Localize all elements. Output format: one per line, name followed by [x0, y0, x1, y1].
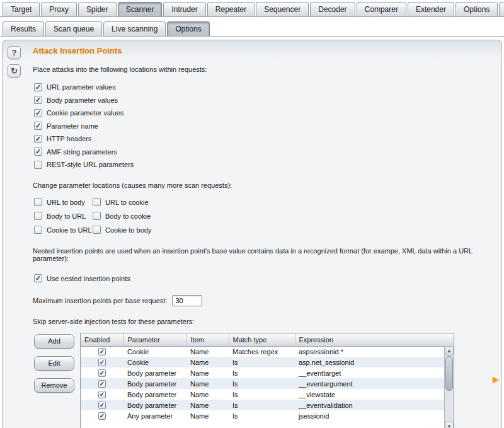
cell-match-type: Matches regex [229, 346, 295, 357]
panel-content: Attack Insertion Points Place attacks in… [31, 40, 501, 428]
table-row[interactable]: Body parameter Name Is __eventargument [81, 378, 454, 389]
table-row[interactable]: Any parameter Name Is jsessionid [81, 410, 454, 421]
checkbox-amf-string-parameters[interactable]: AMF string parameters [34, 146, 495, 159]
main-tab-bar: Target Proxy Spider Scanner Intruder Rep… [0, 0, 504, 17]
row-enabled-checkbox[interactable] [98, 380, 106, 388]
row-enabled-checkbox[interactable] [98, 369, 106, 377]
checkbox-icon [34, 226, 42, 234]
cell-parameter: Body parameter [123, 400, 186, 410]
checkbox-url-to-cookie[interactable]: URL to cookie [93, 195, 151, 209]
checkbox-icon [34, 198, 42, 206]
cell-match-type: Is [229, 410, 295, 421]
sub-tab-scan-queue[interactable]: Scan queue [45, 21, 102, 36]
column-header-item[interactable]: Item [186, 333, 229, 346]
tab-intruder[interactable]: Intruder [163, 2, 205, 16]
cell-item: Name [186, 357, 229, 367]
max-insertion-points-row: Maximum insertion points per base reques… [33, 295, 495, 306]
checkbox-url-parameter-values[interactable]: URL parameter values [34, 81, 495, 94]
tab-comparer[interactable]: Comparer [357, 2, 406, 16]
tab-alerts[interactable]: Alerts [499, 2, 504, 16]
column-header-parameter[interactable]: Parameter [123, 333, 186, 346]
sub-tab-options[interactable]: Options [167, 21, 209, 36]
checkbox-icon [34, 83, 42, 91]
checkbox-icon [34, 135, 42, 143]
nested-insertion-text: Nested insertion points are used when an… [33, 247, 495, 262]
cell-parameter: Body parameter [123, 367, 186, 378]
checkbox-body-to-cookie[interactable]: Body to cookie [93, 209, 151, 223]
row-enabled-checkbox[interactable] [98, 359, 106, 366]
cell-parameter: Cookie [123, 346, 186, 357]
add-button[interactable]: Add [34, 334, 74, 349]
row-enabled-checkbox[interactable] [98, 402, 106, 409]
table-row[interactable]: Cookie Name Matches regex aspsessionid.* [81, 346, 454, 357]
tab-proxy[interactable]: Proxy [41, 2, 77, 16]
max-insertion-points-input[interactable] [172, 295, 202, 306]
column-header-expression[interactable]: Expression [295, 333, 454, 346]
checkbox-label: URL parameter values [47, 83, 116, 91]
checkbox-cookie-to-body[interactable]: Cookie to body [93, 223, 151, 237]
table-buttons: Add Edit Remove [34, 334, 74, 393]
checkbox-http-headers[interactable]: HTTP headers [34, 132, 495, 146]
scanner-sub-tab-bar: Results Scan queue Live scanning Options [0, 20, 504, 37]
checkbox-use-nested-insertion-points[interactable]: Use nested insertion points [34, 272, 495, 286]
tab-target[interactable]: Target [3, 2, 40, 16]
edit-button[interactable]: Edit [34, 356, 74, 371]
restore-defaults-icon: ↻ [11, 66, 18, 76]
tab-spider[interactable]: Spider [78, 2, 117, 16]
checkbox-icon [34, 147, 42, 156]
row-enabled-checkbox[interactable] [98, 412, 106, 420]
checkbox-parameter-name[interactable]: Parameter name [34, 120, 495, 133]
tab-extender[interactable]: Extender [408, 2, 454, 16]
scroll-down-arrow-icon[interactable]: ▼ [445, 422, 454, 428]
checkbox-icon [93, 226, 101, 234]
tab-options-main[interactable]: Options [455, 2, 498, 16]
cell-parameter: Body parameter [123, 378, 186, 389]
checkbox-label: Body to cookie [105, 212, 151, 220]
checkbox-cookie-parameter-values[interactable]: Cookie parameter values [34, 107, 495, 120]
checkbox-label: Cookie to body [105, 226, 151, 234]
checkbox-body-to-url[interactable]: Body to URL [34, 209, 93, 223]
cell-item: Name [186, 389, 229, 400]
row-enabled-checkbox[interactable] [98, 391, 106, 398]
checkbox-label: HTTP headers [47, 135, 91, 142]
table-row[interactable]: Cookie Name Is asp.net_sessionid [81, 357, 454, 367]
checkbox-rest-style-url-parameters[interactable]: REST-style URL parameters [34, 158, 495, 171]
column-header-enabled[interactable]: Enabled [81, 333, 123, 346]
cell-parameter: Cookie [123, 357, 186, 367]
checkbox-label: URL to body [47, 199, 85, 206]
intro-text: Place attacks into the following locatio… [33, 66, 495, 73]
tab-scanner[interactable]: Scanner [118, 2, 163, 16]
table-row[interactable]: Body parameter Name Is __eventvalidation [81, 400, 454, 410]
tab-decoder[interactable]: Decoder [310, 2, 355, 16]
cell-item: Name [186, 367, 229, 378]
restore-defaults-button[interactable]: ↻ [8, 64, 21, 78]
tab-sequencer[interactable]: Sequencer [256, 2, 309, 16]
checkbox-icon [93, 212, 101, 220]
row-enabled-checkbox[interactable] [98, 348, 106, 356]
checkbox-cookie-to-url[interactable]: Cookie to URL [34, 223, 93, 237]
cell-expression: asp.net_sessionid [295, 357, 454, 367]
scroll-up-arrow-icon[interactable]: ▲ [445, 346, 454, 356]
checkbox-url-to-body[interactable]: URL to body [34, 195, 93, 209]
table-row[interactable]: Body parameter Name Is __eventtarget [81, 367, 454, 378]
scrollbar-thumb[interactable] [445, 356, 453, 391]
cell-match-type: Is [229, 357, 295, 367]
cell-item: Name [186, 400, 229, 410]
table-row[interactable]: Body parameter Name Is __viewstate [81, 389, 454, 400]
help-button[interactable]: ? [8, 46, 21, 59]
remove-button[interactable]: Remove [34, 378, 74, 393]
cell-expression: __eventargument [295, 378, 454, 389]
checkbox-body-parameter-values[interactable]: Body parameter values [34, 94, 495, 107]
column-header-match-type[interactable]: Match type [229, 333, 295, 346]
checkbox-label: AMF string parameters [47, 148, 117, 156]
expand-panel-arrow-icon[interactable]: ▶ [493, 374, 499, 384]
sub-tab-results[interactable]: Results [3, 21, 44, 36]
table-header-row: Enabled Parameter Item Match type Expres… [81, 333, 454, 346]
cell-item: Name [186, 378, 229, 389]
tab-repeater[interactable]: Repeater [207, 2, 255, 16]
table-scrollbar[interactable]: ▲ ▼ [444, 346, 454, 428]
sub-tab-live-scanning[interactable]: Live scanning [103, 21, 166, 36]
checkbox-label: Cookie to URL [47, 226, 92, 234]
cell-item: Name [186, 410, 229, 421]
checkbox-label: Body parameter values [47, 96, 118, 104]
